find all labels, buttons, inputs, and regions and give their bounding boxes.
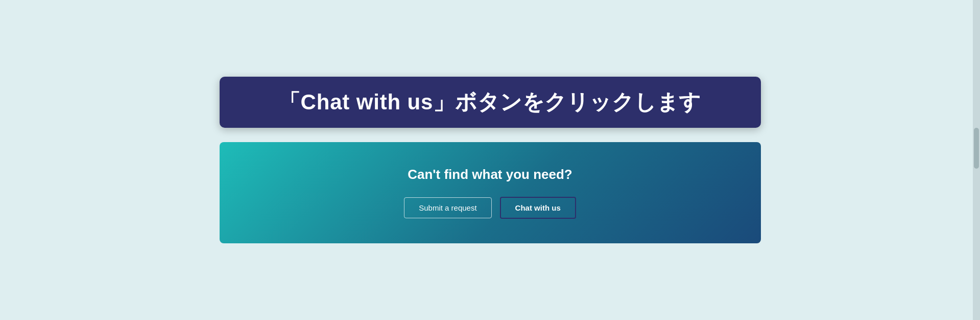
scrollbar[interactable] — [973, 0, 980, 320]
chat-with-us-button[interactable]: Chat with us — [500, 197, 576, 219]
instruction-banner: 「Chat with us」ボタンをクリックします — [220, 77, 761, 128]
page-wrapper: 「Chat with us」ボタンをクリックします Can't find wha… — [0, 56, 980, 264]
card-buttons: Submit a request Chat with us — [404, 197, 576, 219]
card-section: Can't find what you need? Submit a reque… — [220, 142, 761, 243]
submit-request-button[interactable]: Submit a request — [404, 197, 491, 218]
card-title: Can't find what you need? — [408, 167, 572, 182]
scrollbar-thumb[interactable] — [974, 128, 979, 169]
instruction-text: 「Chat with us」ボタンをクリックします — [279, 90, 702, 114]
